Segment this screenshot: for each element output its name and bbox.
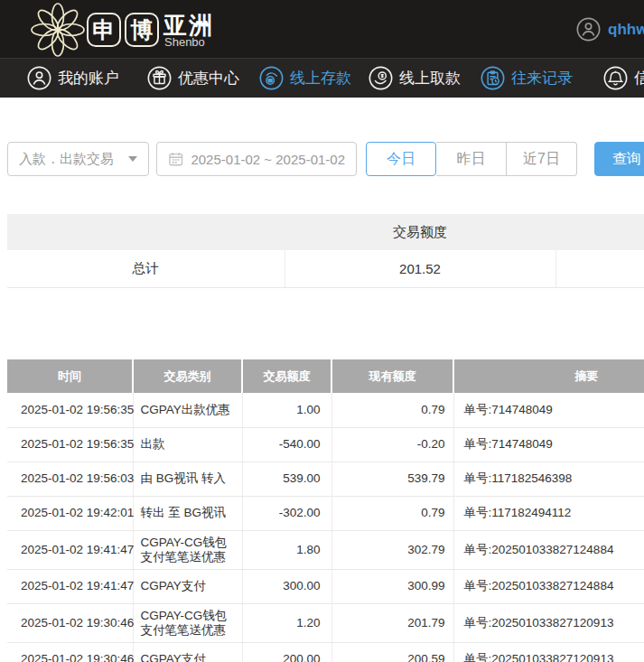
search-button[interactable]: 查询 [594,142,644,176]
cell-memo: 单号:117182546398 [453,462,644,496]
summary-header-empty [7,214,285,250]
bell-icon [603,66,628,90]
nav-item-promotions[interactable]: 优惠中心 [147,59,239,98]
table-header-row: 时间 交易类别 交易额度 现有额度 摘要 [7,359,644,393]
app-header: 申 博 亚洲 Shenbo qhhw [0,0,644,59]
summary-header-amount: 交易额度 [285,214,555,250]
summary-total-label: 总计 [7,250,285,287]
records-clipboard-icon [481,66,505,90]
transactions-table: 时间 交易类别 交易额度 现有额度 摘要 2025-01-02 19:56:35… [7,359,644,662]
col-header-time: 时间 [7,359,133,393]
nav-item-transaction-records[interactable]: 往来记录 [481,59,573,98]
today-button[interactable]: 今日 [366,142,436,176]
col-header-type: 交易类别 [133,359,242,393]
cell-memo: 单号:117182494112 [453,496,644,530]
person-icon [27,66,51,90]
deposit-coin-hand-icon [259,66,284,90]
table-row: 2025-01-02 19:56:03 由 BG视讯 转入 539.00 539… [7,462,644,496]
brand-char-shen-text: 申 [93,15,116,45]
nav-item-messages[interactable]: 信 [603,59,644,98]
cell-time: 2025-01-02 19:41:47 [7,530,133,569]
transactions-table-wrapper: 时间 交易类别 交易额度 现有额度 摘要 2025-01-02 19:56:35… [7,359,644,662]
table-row: 2025-01-02 19:30:46 CGPAY-CG钱包支付笔笔送优惠 1.… [7,603,644,642]
nav-label: 优惠中心 [178,68,239,89]
cell-amount: 200.00 [242,642,331,662]
cell-amount: 1.80 [242,530,331,569]
cell-balance: 200.59 [331,642,453,662]
user-avatar-icon [576,17,601,42]
cell-balance: 300.99 [331,569,453,603]
summary-table: 交易额度 总计 201.52 [7,214,644,288]
username-label[interactable]: qhhw [608,21,644,39]
cell-memo: 单号:202501033827124884 [453,530,644,569]
cell-memo: 单号:202501033827120913 [453,603,644,642]
cell-amount: -540.00 [242,427,331,462]
page: 申 博 亚洲 Shenbo qhhw 我的账户 [0,0,644,662]
summary-header-empty [555,214,644,250]
cell-time: 2025-01-02 19:30:46 [7,603,133,642]
summary-header-row: 交易额度 [7,214,644,250]
cell-memo: 单号:714748049 [453,393,644,427]
nav-label: 信 [634,68,644,89]
cell-amount: 300.00 [242,569,331,603]
cell-type: 出款 [133,427,242,462]
table-row: 2025-01-02 19:56:35 出款 -540.00 -0.20 单号:… [7,427,644,462]
nav-label: 往来记录 [511,68,573,89]
table-row: 2025-01-02 19:56:35 CGPAY出款优惠 1.00 0.79 … [7,393,644,427]
nav-item-online-deposit[interactable]: 线上存款 [259,59,351,98]
filter-bar: 入款．出款交易 2025-01-02 ~ 2025-01-02 今日 昨日 近7… [0,142,644,176]
table-row: 2025-01-02 19:42:01 转出 至 BG视讯 -302.00 0.… [7,496,644,530]
cell-type: CGPAY支付 [133,642,242,662]
nav-label: 我的账户 [58,68,119,89]
cell-memo: 单号:714748049 [453,427,644,462]
cell-amount: 1.20 [242,603,331,642]
cell-time: 2025-01-02 19:42:01 [7,496,133,530]
cell-type: CGPAY-CG钱包支付笔笔送优惠 [133,603,242,642]
date-range-value: 2025-01-02 ~ 2025-01-02 [191,152,345,167]
cell-amount: -302.00 [242,496,331,530]
cell-balance: 0.79 [331,393,453,427]
summary-total-row: 总计 201.52 [7,250,644,287]
transaction-type-value: 入款．出款交易 [19,151,114,168]
col-header-balance: 现有额度 [331,359,453,393]
brand-char-shen: 申 [87,13,121,47]
summary-total-value: 201.52 [285,250,555,287]
cell-time: 2025-01-02 19:30:46 [7,642,133,662]
lotus-logo-icon [25,2,90,58]
cell-type: CGPAY-CG钱包支付笔笔送优惠 [133,530,242,569]
last7days-button[interactable]: 近7日 [507,142,577,176]
nav-label: 线上取款 [399,68,461,89]
cell-amount: 1.00 [242,393,331,427]
brand-char-bo-text: 博 [131,15,154,45]
table-row: 2025-01-02 19:41:47 CGPAY支付 300.00 300.9… [7,569,644,603]
date-range-input[interactable]: 2025-01-02 ~ 2025-01-02 [156,142,357,176]
account-menu[interactable]: qhhw [576,17,644,42]
transaction-type-select[interactable]: 入款．出款交易 [7,142,149,176]
cell-balance: 539.79 [331,462,453,496]
withdraw-coin-hand-icon [369,66,393,90]
cell-type: 由 BG视讯 转入 [133,462,242,496]
cell-balance: -0.20 [331,427,453,462]
cell-balance: 302.79 [331,530,453,569]
cell-type: CGPAY支付 [133,569,242,603]
calendar-icon [168,151,183,167]
nav-item-my-account[interactable]: 我的账户 [27,59,119,98]
cell-time: 2025-01-02 19:56:35 [7,393,133,427]
yesterday-button[interactable]: 昨日 [436,142,507,176]
brand-latin-label: Shenbo [164,35,205,49]
cell-memo: 单号:202501033827120913 [453,642,644,662]
quick-range-group: 今日 昨日 近7日 [366,142,577,176]
cell-type: 转出 至 BG视讯 [133,496,242,530]
cell-balance: 201.79 [331,603,453,642]
col-header-amount: 交易额度 [242,359,331,393]
cell-amount: 539.00 [242,462,331,496]
col-header-memo: 摘要 [453,359,644,393]
nav-item-online-withdrawal[interactable]: 线上取款 [369,59,461,98]
cell-time: 2025-01-02 19:56:35 [7,427,133,462]
table-row: 2025-01-02 19:30:46 CGPAY支付 200.00 200.5… [7,642,644,662]
cell-type: CGPAY出款优惠 [133,393,242,427]
summary-empty-cell [555,250,644,287]
gift-icon [147,66,172,90]
nav-label: 线上存款 [290,68,351,89]
chevron-down-icon [128,156,137,162]
